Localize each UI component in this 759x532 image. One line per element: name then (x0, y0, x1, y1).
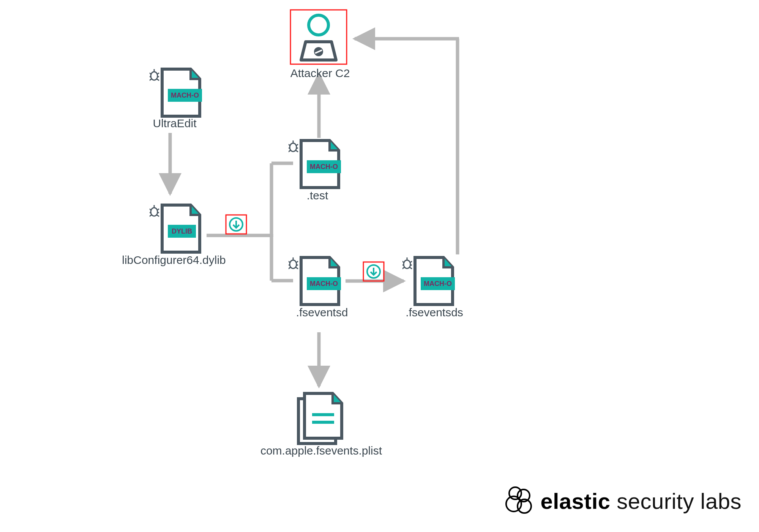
svg-line-58 (402, 267, 404, 269)
plist-file-icon (295, 392, 344, 445)
svg-point-43 (290, 260, 297, 268)
svg-line-22 (150, 79, 151, 81)
file-badge-text: MACH-O (310, 163, 338, 170)
svg-line-41 (296, 150, 298, 152)
svg-point-12 (309, 15, 328, 35)
svg-line-40 (289, 150, 290, 152)
fseventsd-file-icon: MACH-O (289, 255, 342, 308)
svg-line-50 (296, 267, 298, 269)
download-icon (225, 214, 247, 235)
brand-thin: security labs (617, 489, 742, 513)
svg-point-52 (404, 260, 410, 268)
libconfigurer-label: libConfigurer64.dylib (117, 254, 231, 267)
file-badge-text: DYLIB (172, 227, 192, 235)
svg-point-25 (151, 208, 158, 216)
elastic-security-labs-brand: elastic security labs (503, 485, 742, 517)
ultraedit-label: UltraEdit (144, 117, 205, 130)
fseventsd-label: .fseventsd (292, 306, 352, 319)
fseventsds-label: .fseventsds (400, 306, 469, 319)
test-file-icon: MACH-O (289, 138, 342, 191)
libconfigurer-file-icon: DYLIB (150, 203, 203, 256)
ultraedit-file-icon: MACH-O (150, 67, 203, 120)
file-badge-text: MACH-O (171, 92, 199, 99)
svg-line-31 (150, 215, 151, 216)
file-badge-text: MACH-O (424, 280, 452, 287)
svg-line-49 (289, 267, 290, 269)
svg-line-32 (157, 215, 159, 216)
fseventsds-file-icon: MACH-O (402, 255, 456, 308)
attacker-c2-icon (290, 9, 348, 65)
svg-line-23 (157, 79, 159, 81)
svg-point-34 (290, 143, 297, 152)
svg-line-59 (410, 267, 412, 269)
elastic-logo-icon (503, 485, 535, 517)
brand-bold: elastic (540, 489, 610, 513)
test-label: .test (295, 189, 340, 202)
attacker-c2-label: Attacker C2 (288, 67, 352, 80)
file-badge-text: MACH-O (310, 280, 338, 287)
download-icon (363, 261, 385, 282)
diagram-canvas: Attacker C2 MACH-O UltraEdit (0, 0, 759, 532)
svg-point-16 (151, 72, 158, 80)
plist-label: com.apple.fsevents.plist (249, 444, 393, 457)
